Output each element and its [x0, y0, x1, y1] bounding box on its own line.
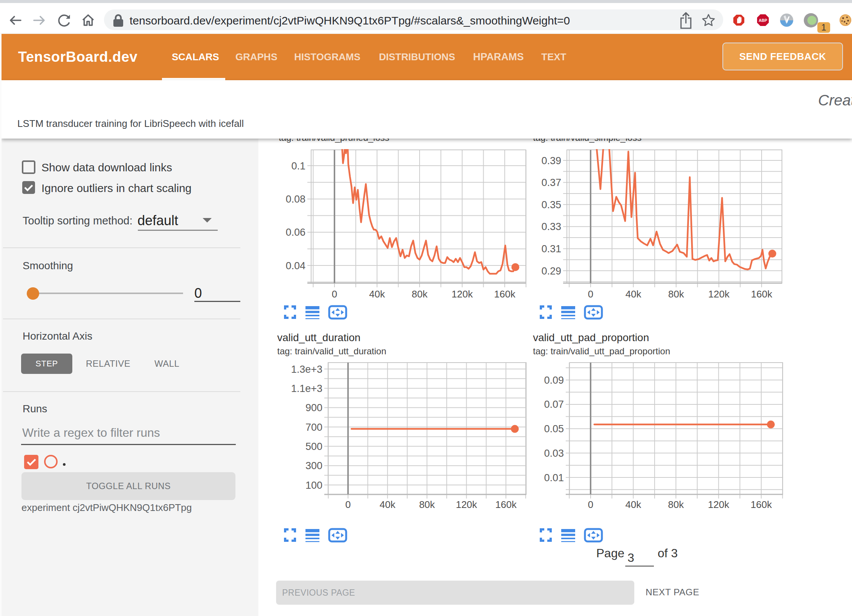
- svg-text:80k: 80k: [668, 288, 684, 300]
- svg-text:160k: 160k: [495, 499, 517, 510]
- svg-text:0.07: 0.07: [544, 399, 564, 410]
- svg-text:100: 100: [305, 480, 322, 491]
- svg-text:0.05: 0.05: [544, 423, 564, 435]
- svg-text:40k: 40k: [380, 499, 396, 510]
- svg-text:80k: 80k: [412, 288, 428, 300]
- svg-text:0.01: 0.01: [544, 472, 564, 483]
- svg-text:1.1e+3: 1.1e+3: [291, 383, 322, 394]
- svg-text:40k: 40k: [626, 288, 642, 300]
- svg-text:0: 0: [345, 499, 351, 510]
- svg-text:0.31: 0.31: [541, 243, 561, 255]
- svg-text:0.08: 0.08: [286, 194, 305, 205]
- svg-text:900: 900: [305, 402, 322, 413]
- svg-text:80k: 80k: [668, 499, 684, 510]
- svg-text:ABP: ABP: [759, 18, 767, 23]
- svg-text:500: 500: [305, 441, 322, 452]
- svg-text:0.29: 0.29: [541, 265, 561, 277]
- svg-text:0.03: 0.03: [544, 448, 564, 459]
- svg-text:0.35: 0.35: [541, 199, 561, 210]
- svg-text:120k: 120k: [456, 499, 477, 510]
- svg-text:0.39: 0.39: [541, 155, 561, 166]
- svg-text:0: 0: [588, 288, 593, 300]
- svg-text:80k: 80k: [419, 499, 435, 510]
- svg-text:120k: 120k: [708, 499, 730, 510]
- svg-text:160k: 160k: [751, 499, 772, 510]
- svg-text:160k: 160k: [494, 288, 516, 300]
- svg-text:0.37: 0.37: [541, 177, 561, 188]
- svg-text:300: 300: [305, 460, 322, 471]
- svg-text:120k: 120k: [708, 288, 730, 300]
- svg-text:40k: 40k: [369, 288, 385, 300]
- svg-text:0.1: 0.1: [291, 160, 305, 172]
- svg-text:160k: 160k: [751, 288, 773, 300]
- svg-text:0.33: 0.33: [541, 221, 561, 232]
- svg-text:1: 1: [821, 22, 826, 32]
- svg-text:700: 700: [305, 422, 322, 433]
- svg-text:0.09: 0.09: [544, 375, 564, 386]
- svg-text:0: 0: [332, 288, 337, 300]
- svg-text:0.04: 0.04: [286, 260, 305, 271]
- svg-text:120k: 120k: [452, 288, 473, 300]
- svg-text:0: 0: [588, 499, 593, 510]
- svg-text:1.3e+3: 1.3e+3: [291, 364, 322, 375]
- svg-text:0.06: 0.06: [286, 227, 305, 238]
- svg-text:40k: 40k: [625, 499, 641, 510]
